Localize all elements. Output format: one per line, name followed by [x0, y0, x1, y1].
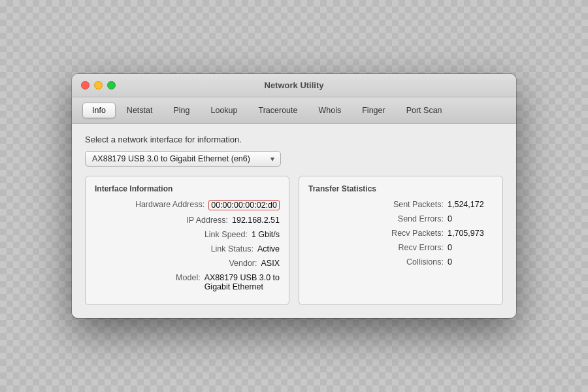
tab-lookup[interactable]: Lookup [201, 103, 248, 118]
model-label: Model: [176, 273, 201, 282]
tab-traceroute[interactable]: Traceroute [249, 103, 308, 118]
hardware-address-value: 00:00:00:00:02:d0 [208, 200, 280, 210]
recv-packets-value: 1,705,973 [448, 229, 493, 238]
vendor-value: ASIX [261, 259, 280, 268]
send-errors-value: 0 [448, 214, 493, 223]
ip-address-value: 192.168.2.51 [232, 216, 280, 225]
interface-dropdown-wrapper: AX88179 USB 3.0 to Gigabit Ethernet (en6… [85, 151, 281, 167]
vendor-label: Vendor: [229, 259, 257, 268]
maximize-button[interactable] [107, 81, 116, 90]
interface-dropdown[interactable]: AX88179 USB 3.0 to Gigabit Ethernet (en6… [85, 151, 281, 167]
interface-info-panel: Interface Information Hardware Address: … [85, 176, 289, 305]
tab-ping[interactable]: Ping [163, 103, 199, 118]
info-panels: Interface Information Hardware Address: … [85, 176, 503, 305]
send-errors-label: Send Errors: [398, 214, 444, 223]
link-speed-row: Link Speed: 1 Gbit/s [95, 230, 280, 239]
send-errors-row: Send Errors: 0 [308, 214, 493, 223]
link-speed-value: 1 Gbit/s [252, 230, 280, 239]
link-status-row: Link Status: Active [95, 244, 280, 253]
tab-bar: Info Netstat Ping Lookup Traceroute Whoi… [72, 97, 516, 124]
window-title: Network Utility [264, 80, 323, 90]
transfer-stats-title: Transfer Statistics [308, 184, 493, 193]
tab-portscan[interactable]: Port Scan [397, 103, 452, 118]
recv-packets-row: Recv Packets: 1,705,973 [308, 229, 493, 238]
transfer-stats-panel: Transfer Statistics Sent Packets: 1,524,… [299, 176, 503, 305]
tab-info[interactable]: Info [82, 103, 116, 118]
tab-finger[interactable]: Finger [352, 103, 395, 118]
hardware-address-row: Hardware Address: 00:00:00:00:02:d0 [95, 200, 280, 210]
main-window: Network Utility Info Netstat Ping Lookup… [72, 74, 516, 318]
recv-errors-label: Recv Errors: [399, 243, 444, 252]
prompt-label: Select a network interface for informati… [85, 135, 503, 144]
traffic-lights [81, 81, 116, 90]
recv-errors-value: 0 [448, 243, 493, 252]
collisions-value: 0 [448, 257, 493, 267]
titlebar: Network Utility [72, 74, 516, 97]
link-speed-label: Link Speed: [204, 230, 248, 239]
model-row: Model: AX88179 USB 3.0 toGigabit Etherne… [95, 273, 280, 291]
collisions-label: Collisions: [406, 257, 444, 267]
interface-dropdown-row: AX88179 USB 3.0 to Gigabit Ethernet (en6… [85, 151, 503, 167]
sent-packets-label: Sent Packets: [393, 200, 444, 209]
sent-packets-value: 1,524,172 [448, 200, 493, 209]
hardware-address-label: Hardware Address: [135, 200, 204, 209]
tab-netstat[interactable]: Netstat [117, 103, 163, 118]
recv-packets-label: Recv Packets: [391, 229, 444, 238]
recv-errors-row: Recv Errors: 0 [308, 243, 493, 252]
tab-whois[interactable]: Whois [309, 103, 351, 118]
content-area: Select a network interface for informati… [72, 124, 516, 318]
sent-packets-row: Sent Packets: 1,524,172 [308, 200, 493, 209]
close-button[interactable] [81, 81, 90, 90]
minimize-button[interactable] [94, 81, 103, 90]
interface-info-title: Interface Information [95, 184, 280, 193]
collisions-row: Collisions: 0 [308, 257, 493, 267]
link-status-label: Link Status: [211, 244, 253, 253]
ip-address-row: IP Address: 192.168.2.51 [95, 216, 280, 225]
link-status-value: Active [257, 244, 280, 253]
model-value: AX88179 USB 3.0 toGigabit Ethernet [204, 273, 280, 291]
ip-address-label: IP Address: [186, 216, 228, 225]
vendor-row: Vendor: ASIX [95, 259, 280, 268]
